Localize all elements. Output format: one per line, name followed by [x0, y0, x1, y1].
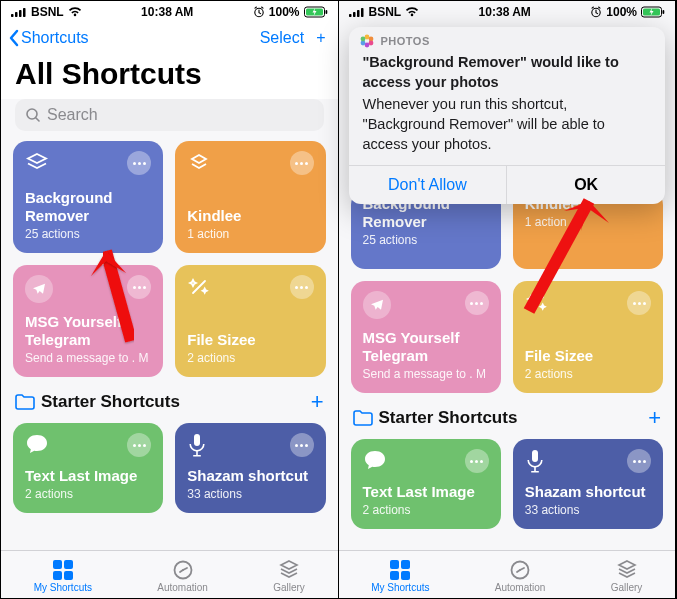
- card-more-button[interactable]: [290, 151, 314, 175]
- automation-icon: [509, 559, 531, 581]
- card-more-button[interactable]: [465, 449, 489, 473]
- grid-icon: [389, 559, 411, 581]
- card-file-sizee[interactable]: File Sizee 2 actions: [513, 281, 663, 393]
- alarm-icon: [253, 6, 265, 18]
- tab-gallery[interactable]: Gallery: [273, 559, 305, 593]
- card-msg-telegram[interactable]: MSG Yourself Telegram Send a message to …: [13, 265, 163, 377]
- card-more-button[interactable]: [290, 275, 314, 299]
- search-icon: [25, 107, 41, 123]
- tab-automation[interactable]: Automation: [495, 559, 546, 593]
- section-starter-shortcuts[interactable]: Starter Shortcuts +: [351, 393, 664, 439]
- card-kindlee[interactable]: Kindlee 1 action: [175, 141, 325, 253]
- card-more-button[interactable]: [465, 291, 489, 315]
- section-add-button[interactable]: +: [311, 389, 324, 415]
- svg-rect-17: [357, 10, 360, 17]
- select-button[interactable]: Select: [260, 29, 304, 47]
- page-title: All Shortcuts: [1, 55, 338, 99]
- card-more-button[interactable]: [127, 151, 151, 175]
- svg-rect-25: [401, 560, 410, 569]
- svg-rect-1: [15, 12, 18, 17]
- card-sub: Send a message to . M: [25, 351, 151, 365]
- card-more-button[interactable]: [290, 433, 314, 457]
- card-title: Shazam shortcut: [525, 483, 651, 501]
- card-title: File Sizee: [525, 347, 651, 365]
- card-msg-telegram[interactable]: MSG Yourself Telegram Send a message to …: [351, 281, 501, 393]
- section-add-button[interactable]: +: [648, 405, 661, 431]
- section-label: Starter Shortcuts: [379, 408, 518, 428]
- battery-pct: 100%: [269, 5, 300, 19]
- grid-icon: [52, 559, 74, 581]
- chevron-left-icon: [7, 29, 21, 47]
- tab-label: My Shortcuts: [34, 582, 92, 593]
- svg-rect-27: [401, 571, 410, 580]
- tab-label: Automation: [495, 582, 546, 593]
- speech-icon: [363, 449, 387, 471]
- card-more-button[interactable]: [627, 291, 651, 315]
- section-label: Starter Shortcuts: [41, 392, 180, 412]
- card-text-last-image[interactable]: Text Last Image 2 actions: [351, 439, 501, 529]
- card-title: Kindlee: [187, 207, 313, 225]
- card-sub: 33 actions: [525, 503, 651, 517]
- gallery-icon: [278, 559, 300, 581]
- dont-allow-button[interactable]: Don't Allow: [349, 166, 508, 204]
- svg-rect-16: [353, 12, 356, 17]
- card-file-sizee[interactable]: File Sizee 2 actions: [175, 265, 325, 377]
- telegram-icon: [363, 291, 391, 319]
- card-sub: Send a message to . M: [363, 367, 489, 381]
- carrier-label: BSNL: [369, 5, 402, 19]
- svg-rect-24: [390, 560, 399, 569]
- mic-icon: [525, 449, 545, 473]
- svg-rect-22: [663, 10, 665, 14]
- speech-icon: [25, 433, 49, 455]
- card-title: Shazam shortcut: [187, 467, 313, 485]
- section-starter-shortcuts[interactable]: Starter Shortcuts +: [13, 377, 326, 423]
- battery-pct: 100%: [606, 5, 637, 19]
- card-sub: 33 actions: [187, 487, 313, 501]
- svg-rect-13: [64, 571, 73, 580]
- svg-rect-23: [532, 450, 538, 462]
- back-button[interactable]: Shortcuts: [7, 29, 89, 47]
- card-sub: 25 actions: [25, 227, 151, 241]
- telegram-icon: [25, 275, 53, 303]
- tab-my-shortcuts[interactable]: My Shortcuts: [34, 559, 92, 593]
- search-input[interactable]: Search: [15, 99, 324, 131]
- card-sub: 2 actions: [525, 367, 651, 381]
- svg-rect-26: [390, 571, 399, 580]
- card-more-button[interactable]: [127, 433, 151, 457]
- svg-rect-3: [23, 8, 26, 17]
- folder-icon: [353, 410, 373, 426]
- card-more-button[interactable]: [627, 449, 651, 473]
- svg-point-34: [360, 37, 365, 42]
- card-shazam-shortcut[interactable]: Shazam shortcut 33 actions: [175, 423, 325, 513]
- svg-rect-7: [325, 10, 327, 14]
- shortcuts-icon: [187, 151, 211, 175]
- add-shortcut-button[interactable]: +: [316, 30, 325, 46]
- card-sub: 2 actions: [363, 503, 489, 517]
- tab-automation[interactable]: Automation: [157, 559, 208, 593]
- svg-rect-12: [53, 571, 62, 580]
- tab-label: Gallery: [273, 582, 305, 593]
- card-more-button[interactable]: [127, 275, 151, 299]
- battery-icon: [304, 6, 328, 18]
- card-text-last-image[interactable]: Text Last Image 2 actions: [13, 423, 163, 513]
- card-title: File Sizee: [187, 331, 313, 349]
- svg-rect-10: [53, 560, 62, 569]
- svg-rect-9: [194, 434, 200, 446]
- search-placeholder: Search: [47, 106, 98, 124]
- signal-icon: [349, 7, 365, 17]
- dialog-app-label: PHOTOS: [381, 35, 430, 47]
- tab-my-shortcuts[interactable]: My Shortcuts: [371, 559, 429, 593]
- ok-button[interactable]: OK: [507, 166, 665, 204]
- carrier-label: BSNL: [31, 5, 64, 19]
- tab-gallery[interactable]: Gallery: [611, 559, 643, 593]
- card-background-remover[interactable]: Background Remover 25 actions: [13, 141, 163, 253]
- card-title: Text Last Image: [363, 483, 489, 501]
- card-sub: 1 action: [187, 227, 313, 241]
- card-shazam-shortcut[interactable]: Shazam shortcut 33 actions: [513, 439, 663, 529]
- svg-rect-2: [19, 10, 22, 17]
- tab-label: Automation: [157, 582, 208, 593]
- clock-label: 10:38 AM: [479, 5, 531, 19]
- layers-icon: [25, 151, 49, 175]
- battery-icon: [641, 6, 665, 18]
- dialog-title: "Background Remover" would like to acces…: [363, 53, 652, 92]
